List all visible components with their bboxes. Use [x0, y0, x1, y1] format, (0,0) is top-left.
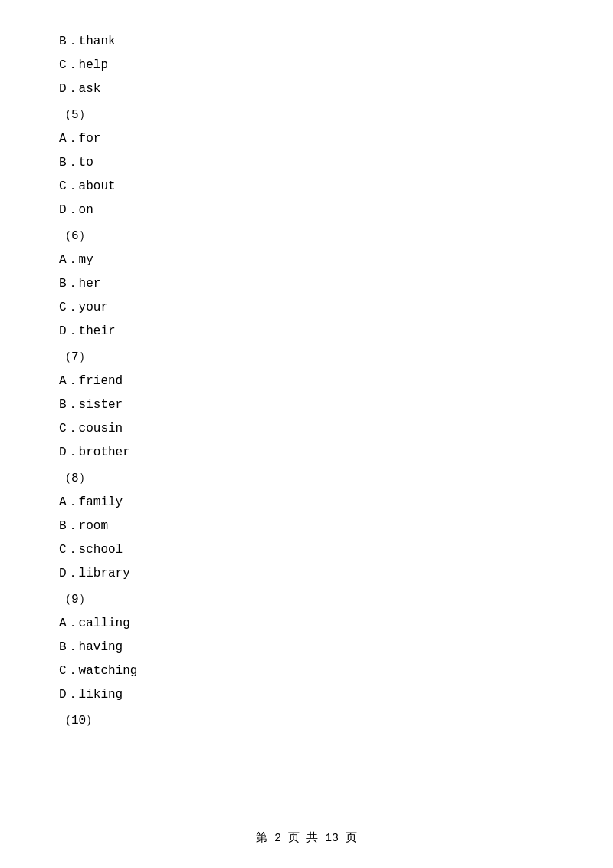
question-line-a-friend: A．friend [59, 370, 554, 393]
question-line-a-family: A．family [59, 492, 554, 514]
page-footer: 第 2 页 共 13 页 [0, 830, 613, 845]
question-line-b-having: B．having [59, 636, 554, 659]
question-line-q10: （10） [59, 710, 554, 732]
question-line-a-for: A．for [59, 128, 554, 150]
question-line-q9: （9） [59, 589, 554, 611]
question-line-c-watching: C．watching [59, 660, 554, 682]
page-content: B．thankC．helpD．ask（5）A．forB．toC．aboutD．o… [0, 0, 613, 780]
question-line-b-room: B．room [59, 515, 554, 538]
question-line-q8: （8） [59, 468, 554, 490]
question-line-q6: （6） [59, 225, 554, 248]
question-line-c-about: C．about [59, 176, 554, 198]
question-line-b-her: B．her [59, 273, 554, 295]
question-line-d-library: D．library [59, 563, 554, 585]
question-line-q5: （5） [59, 104, 554, 127]
question-line-d-on: D．on [59, 199, 554, 222]
question-line-c-school: C．school [59, 539, 554, 561]
question-line-b-sister: B．sister [59, 394, 554, 416]
question-line-a-calling: A．calling [59, 613, 554, 635]
question-line-d-brother: D．brother [59, 442, 554, 464]
question-line-d-their: D．their [59, 321, 554, 343]
question-line-q7: （7） [59, 347, 554, 369]
question-line-b-thank: B．thank [59, 31, 554, 53]
question-line-a-my: A．my [59, 249, 554, 271]
question-line-d-liking: D．liking [59, 684, 554, 706]
question-line-c-cousin: C．cousin [59, 418, 554, 440]
question-line-b-to: B．to [59, 152, 554, 174]
question-line-d-ask: D．ask [59, 78, 554, 100]
question-line-c-your: C．your [59, 297, 554, 319]
footer-text: 第 2 页 共 13 页 [256, 832, 357, 845]
question-line-c-help: C．help [59, 54, 554, 77]
